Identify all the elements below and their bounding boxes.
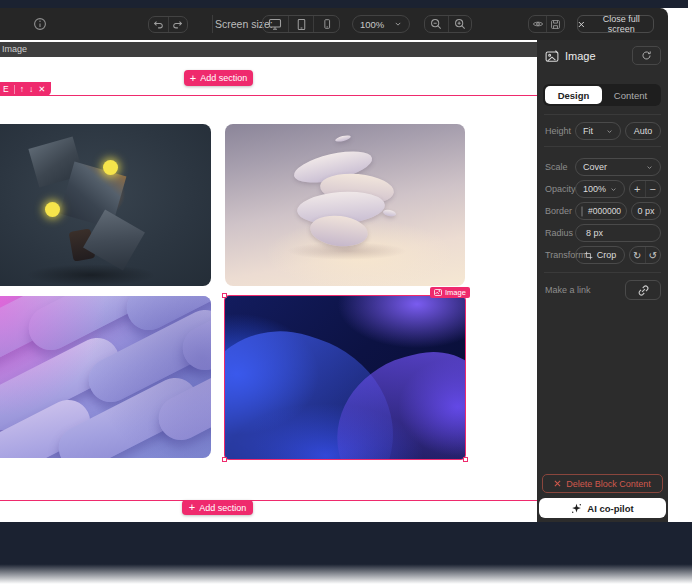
delete-block-content-button[interactable]: Delete Block Content	[542, 474, 663, 493]
close-full-screen-button[interactable]: Close full screen	[577, 15, 654, 33]
toolbar: Screen size:	[0, 8, 668, 40]
undo-redo-group	[148, 16, 188, 33]
add-section-button-top[interactable]: + Add section	[184, 70, 253, 86]
opacity-label: Opacity	[545, 180, 576, 198]
section-controls: E ↑ ↓ ✕	[0, 82, 51, 96]
image-block-discs[interactable]	[225, 124, 465, 286]
section-controls-divider	[14, 85, 15, 94]
scale-select[interactable]: Cover	[575, 158, 661, 176]
opacity-increase-button[interactable]: +	[630, 181, 646, 197]
delete-section-button[interactable]: ✕	[38, 85, 45, 94]
sidebar: Image Design Content Height Fit Auto	[537, 40, 668, 522]
screenshot-stage: Screen size:	[0, 0, 692, 584]
divider	[544, 146, 661, 147]
height-value-field[interactable]: Auto	[625, 122, 661, 140]
section-border-bottom	[0, 500, 537, 501]
make-link-label: Make a link	[545, 281, 591, 299]
border-color-field[interactable]: #000000	[575, 202, 627, 220]
selection-handle[interactable]	[463, 457, 468, 462]
preview-save-group	[528, 15, 565, 33]
info-icon[interactable]	[32, 16, 48, 32]
save-icon[interactable]	[547, 16, 564, 32]
block-breadcrumb: Image	[0, 42, 537, 57]
height-mode-select[interactable]: Fit	[575, 122, 621, 140]
add-section-button-bottom[interactable]: + Add section	[182, 500, 253, 515]
chevron-down-icon	[610, 187, 617, 192]
move-section-down-button[interactable]: ↓	[29, 85, 33, 94]
plus-icon: +	[189, 502, 195, 513]
opacity-stepper: + −	[629, 180, 661, 198]
zoom-buttons-group	[424, 15, 472, 33]
refresh-icon[interactable]	[632, 46, 661, 65]
image-block-icon	[544, 49, 560, 68]
plus-icon: +	[190, 73, 196, 84]
sparkle-icon	[571, 503, 582, 514]
image-block-waves-selected[interactable]	[224, 295, 466, 460]
section-border-top	[0, 95, 537, 96]
divider	[544, 272, 661, 273]
opacity-select[interactable]: 100%	[575, 180, 625, 198]
rotate-cw-icon[interactable]: ↻	[630, 247, 646, 263]
sidebar-title: Image	[565, 50, 596, 62]
device-size-group	[262, 15, 340, 33]
color-swatch	[581, 206, 583, 217]
height-label: Height	[545, 122, 571, 140]
tab-design[interactable]: Design	[545, 86, 602, 104]
close-icon	[578, 21, 585, 28]
chevron-down-icon	[394, 21, 402, 27]
selection-handle[interactable]	[222, 293, 227, 298]
zoom-in-icon[interactable]	[449, 16, 472, 32]
border-width-field[interactable]: 0 px	[631, 202, 661, 220]
rotate-ccw-icon[interactable]: ↺	[646, 247, 661, 263]
move-section-up-button[interactable]: ↑	[20, 85, 24, 94]
section-label-fragment: E	[3, 84, 9, 94]
radius-label: Radius	[545, 224, 573, 242]
mobile-view-button[interactable]	[314, 16, 339, 32]
close-icon	[554, 480, 561, 487]
editor-window: Screen size:	[0, 8, 668, 522]
radius-field[interactable]: 8 px	[575, 224, 661, 242]
redo-button[interactable]	[169, 17, 188, 32]
desktop-view-button[interactable]	[263, 16, 289, 32]
selection-handle[interactable]	[222, 457, 227, 462]
border-label: Border	[545, 202, 572, 220]
scale-label: Scale	[545, 158, 568, 176]
chevron-down-icon	[606, 129, 613, 134]
ai-copilot-button[interactable]: AI co-pilot	[539, 498, 666, 518]
preview-eye-icon[interactable]	[529, 16, 547, 32]
tablet-view-button[interactable]	[289, 16, 315, 32]
canvas: Image + Add section E ↑ ↓ ✕	[0, 40, 537, 522]
design-content-tabs: Design Content	[543, 84, 661, 106]
page-background-bottom	[0, 522, 692, 584]
opacity-decrease-button[interactable]: −	[646, 181, 661, 197]
divider	[544, 114, 661, 115]
rotate-buttons-group: ↻ ↺	[629, 246, 661, 264]
selected-block-badge: Image	[430, 287, 470, 298]
tab-content[interactable]: Content	[602, 86, 659, 104]
image-icon	[434, 289, 442, 296]
chevron-down-icon	[646, 165, 653, 170]
image-block-pills[interactable]	[0, 296, 211, 458]
image-block-waves	[225, 296, 465, 459]
undo-button[interactable]	[149, 17, 169, 32]
crop-button[interactable]: Crop	[575, 246, 625, 264]
zoom-out-icon[interactable]	[425, 16, 449, 32]
page-background-top	[0, 0, 688, 8]
toolbar-divider	[212, 15, 213, 33]
zoom-level-value: 100%	[360, 19, 384, 30]
zoom-level-select[interactable]: 100%	[352, 15, 410, 33]
link-icon[interactable]	[625, 280, 661, 300]
image-block-cubes[interactable]	[0, 124, 211, 286]
crop-icon	[584, 251, 593, 260]
